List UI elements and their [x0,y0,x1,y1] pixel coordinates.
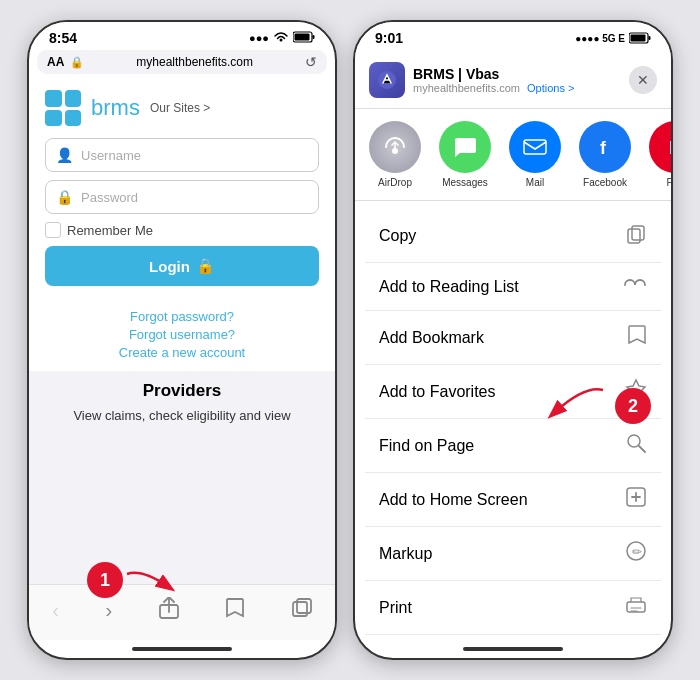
left-phone: 8:54 ●●● AA 🔒 myhealthbenefits.com ↺ [27,20,337,660]
pinterest-app[interactable]: P Pi... [649,121,671,188]
svg-rect-2 [295,34,310,41]
add-reading-list-label: Add to Reading List [379,278,519,296]
lock-field-icon: 🔒 [56,189,73,205]
svg-rect-15 [628,229,640,243]
print-item[interactable]: Print [365,581,661,635]
svg-rect-5 [297,599,311,613]
share-url: myhealthbenefits.com [413,82,520,94]
print-icon [625,594,647,621]
copy-label: Copy [379,227,416,245]
svg-rect-14 [632,226,644,240]
username-placeholder: Username [81,148,141,163]
add-home-icon [625,486,647,513]
find-icon [625,432,647,459]
messages-icon [439,121,491,173]
left-address-bar[interactable]: AA 🔒 myhealthbenefits.com ↺ [37,50,327,74]
facebook-app[interactable]: f Facebook [579,121,631,188]
lock-icon: 🔒 [70,56,84,69]
add-bookmark-item[interactable]: Add Bookmark [365,311,661,365]
share-button[interactable] [151,593,187,628]
reload-button[interactable]: ↺ [305,54,317,70]
login-label: Login [149,258,190,275]
wifi-icon [273,31,289,45]
svg-line-17 [639,446,645,452]
left-time: 8:54 [49,30,77,46]
brms-name: brms [91,95,140,121]
remember-label: Remember Me [67,223,153,238]
markup-icon: ✏ [625,540,647,567]
mail-icon [509,121,561,173]
svg-text:✏: ✏ [632,545,642,559]
forward-button[interactable]: › [97,595,120,626]
messages-app[interactable]: Messages [439,121,491,188]
create-account-link[interactable]: Create a new account [29,345,335,360]
back-button[interactable]: ‹ [44,595,67,626]
print-label: Print [379,599,412,617]
markup-label: Markup [379,545,432,563]
copy-icon [625,222,647,249]
left-status-icons: ●●● [249,31,315,45]
providers-section: Providers View claims, check eligibility… [29,371,335,584]
remember-me-row: Remember Me [45,222,319,238]
messages-label: Messages [442,177,488,188]
share-app-icon [369,62,405,98]
add-home-screen-label: Add to Home Screen [379,491,528,509]
text-size-button[interactable]: AA [47,55,64,69]
facebook-icon: f [579,121,631,173]
remember-checkbox[interactable] [45,222,61,238]
brms-header: brms Our Sites > [29,78,335,132]
svg-rect-11 [524,140,546,154]
svg-rect-4 [293,602,307,616]
forgot-password-link[interactable]: Forgot password? [29,309,335,324]
airdrop-app[interactable]: AirDrop [369,121,421,188]
copy-menu-item[interactable]: Copy [365,209,661,263]
share-close-button[interactable]: ✕ [629,66,657,94]
pinterest-label: Pi... [666,177,671,188]
brms-logo [45,90,81,126]
svg-point-10 [392,148,398,154]
username-field[interactable]: 👤 Username [45,138,319,172]
signal-icon: ●●● [249,32,269,44]
annotation-2: 2 [615,388,651,424]
share-title-group: BRMS | Vbas myhealthbenefits.com Options… [413,66,574,94]
user-icon: 👤 [56,147,73,163]
svg-text:P: P [669,138,671,158]
facebook-label: Facebook [583,177,627,188]
add-reading-list-item[interactable]: Add to Reading List [365,263,661,311]
svg-rect-8 [631,35,646,42]
login-form: 👤 Username 🔒 Password Remember Me Login … [29,132,335,292]
providers-text: View claims, check eligibility and view [45,407,319,425]
markup-item[interactable]: Markup ✏ [365,527,661,581]
brms-sites[interactable]: Our Sites > [150,101,210,115]
pinterest-icon: P [649,121,671,173]
apps-row: AirDrop Messages Mail f [355,109,671,201]
add-favorites-label: Add to Favorites [379,383,496,401]
svg-point-16 [628,435,640,447]
mail-app[interactable]: Mail [509,121,561,188]
tabs-button[interactable] [284,594,320,627]
login-button[interactable]: Login 🔒 [45,246,319,286]
right-status-bar: 9:01 ●●●● 5G E [355,22,671,50]
find-on-page-item[interactable]: Find on Page [365,419,661,473]
share-options[interactable]: Options > [527,82,574,94]
menu-list: Copy Add to Reading List Add Bookmark [365,209,661,640]
left-status-bar: 8:54 ●●● [29,22,335,50]
left-home-indicator [29,640,335,658]
password-placeholder: Password [81,190,138,205]
svg-text:f: f [600,138,607,158]
right-home-indicator [355,640,671,658]
svg-rect-1 [313,35,315,39]
password-field[interactable]: 🔒 Password [45,180,319,214]
bookmark-icon [627,324,647,351]
forgot-username-link[interactable]: Forgot username? [29,327,335,342]
lock-login-icon: 🔒 [196,257,215,275]
share-header: BRMS | Vbas myhealthbenefits.com Options… [355,50,671,109]
reading-list-icon [623,276,647,297]
share-header-info: BRMS | Vbas myhealthbenefits.com Options… [369,62,574,98]
battery-icon [293,31,315,45]
annotation-1: 1 [87,562,123,598]
mail-label: Mail [526,177,544,188]
add-home-screen-item[interactable]: Add to Home Screen [365,473,661,527]
right-status-icons: ●●●● 5G E [575,32,651,44]
bookmarks-button[interactable] [217,593,253,628]
